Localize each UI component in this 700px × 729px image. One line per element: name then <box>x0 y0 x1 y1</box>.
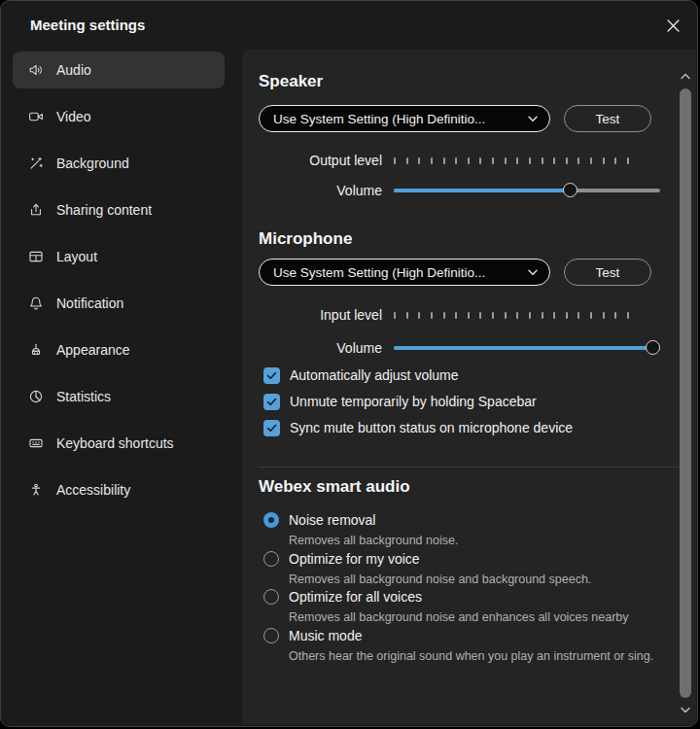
level-tick <box>614 157 616 164</box>
level-tick <box>627 157 629 164</box>
level-tick <box>516 312 518 319</box>
radio-button[interactable] <box>263 628 279 643</box>
scroll-down-icon[interactable] <box>681 706 690 713</box>
smart-audio-heading: Webex smart audio <box>259 476 665 498</box>
level-tick <box>431 312 433 319</box>
sidebar-item-label: Notification <box>56 295 123 311</box>
close-button[interactable] <box>661 14 684 37</box>
level-tick <box>406 312 408 319</box>
radio-description: Others hear the original sound when you … <box>289 648 656 665</box>
sidebar-item-label: Accessibility <box>56 482 130 498</box>
sidebar-item-audio[interactable]: Audio <box>13 52 225 88</box>
level-tick <box>603 312 605 319</box>
level-tick <box>566 312 568 319</box>
brush-icon <box>28 342 44 358</box>
sidebar-item-label: Video <box>56 109 91 124</box>
checkbox-row[interactable]: Sync mute button status on microphone de… <box>263 418 665 437</box>
speaker-device-dropdown[interactable]: Use System Setting (High Definitio... <box>259 105 550 132</box>
panel-scrollbar[interactable] <box>679 55 692 721</box>
radio-option: Optimize for all voices Removes all back… <box>259 587 665 626</box>
dialog-title: Meeting settings <box>30 17 145 33</box>
level-tick <box>529 312 531 319</box>
speaker-heading: Speaker <box>259 71 665 92</box>
sidebar-item-video[interactable]: Video <box>13 98 225 135</box>
sidebar-item-layout[interactable]: Layout <box>13 238 225 275</box>
microphone-volume-slider[interactable] <box>394 340 660 356</box>
microphone-device-row: Use System Setting (High Definitio... Te… <box>259 259 665 286</box>
radio-label: Music mode <box>289 628 362 643</box>
sidebar-item-appearance[interactable]: Appearance <box>13 331 225 368</box>
checkbox[interactable] <box>263 367 280 384</box>
radio-option: Optimize for my voice Removes all backgr… <box>259 549 665 588</box>
camera-icon <box>28 109 44 124</box>
sidebar-item-keyboard-shortcuts[interactable]: Keyboard shortcuts <box>13 425 225 462</box>
radio-option: Music mode Others hear the original soun… <box>259 626 665 665</box>
speaker-volume-slider[interactable] <box>394 183 660 198</box>
level-tick <box>455 157 457 164</box>
sidebar-item-label: Background <box>56 156 129 171</box>
scroll-up-icon[interactable] <box>681 73 690 81</box>
radio-label: Optimize for my voice <box>289 551 420 567</box>
checkbox[interactable] <box>263 394 280 410</box>
speaker-volume-label: Volume <box>259 183 382 198</box>
speaker-test-button[interactable]: Test <box>564 105 651 132</box>
level-tick <box>492 312 494 319</box>
grid-icon <box>28 249 44 264</box>
sidebar-item-accessibility[interactable]: Accessibility <box>13 471 225 508</box>
level-tick <box>443 157 445 164</box>
check-icon <box>266 424 277 433</box>
radio-button[interactable] <box>263 551 279 567</box>
bell-icon <box>28 295 44 311</box>
microphone-device-value: Use System Setting (High Definitio... <box>273 265 520 280</box>
level-tick <box>418 157 420 164</box>
level-tick <box>505 157 507 164</box>
checkbox-row[interactable]: Unmute temporarily by holding Spacebar <box>263 392 665 411</box>
radio-label: Noise removal <box>289 512 375 528</box>
microphone-heading: Microphone <box>259 228 665 250</box>
checkbox-row[interactable]: Automatically adjust volume <box>263 365 665 385</box>
sidebar-item-background[interactable]: Background <box>13 145 225 182</box>
speaker-device-row: Use System Setting (High Definitio... Te… <box>259 105 665 132</box>
chevron-down-icon <box>528 116 538 122</box>
microphone-test-button[interactable]: Test <box>564 259 651 286</box>
output-level-meter <box>394 157 629 164</box>
level-tick <box>455 312 457 319</box>
input-level-meter <box>394 312 629 319</box>
section-divider <box>259 467 680 468</box>
level-tick <box>542 157 543 164</box>
level-tick <box>516 157 518 164</box>
checkbox-label: Unmute temporarily by holding Spacebar <box>290 394 537 409</box>
level-tick <box>529 157 531 164</box>
microphone-device-dropdown[interactable]: Use System Setting (High Definitio... <box>259 259 550 286</box>
audio-settings-panel: Speaker Use System Setting (High Definit… <box>242 50 696 725</box>
sidebar-item-label: Statistics <box>56 389 111 404</box>
radio-button[interactable] <box>263 512 279 528</box>
scrollbar-thumb[interactable] <box>680 88 691 698</box>
sidebar-item-notification[interactable]: Notification <box>13 285 225 322</box>
wand-icon <box>28 156 44 171</box>
radio-button[interactable] <box>263 589 279 605</box>
check-icon <box>266 398 277 406</box>
output-level-row: Output level <box>259 153 665 168</box>
level-tick <box>468 312 470 319</box>
level-tick <box>627 312 629 319</box>
slider-thumb[interactable] <box>563 183 578 197</box>
audio-settings-content: Speaker Use System Setting (High Definit… <box>259 50 665 664</box>
microphone-options-group: Automatically adjust volume Unmute tempo… <box>259 365 665 437</box>
level-tick <box>614 312 616 319</box>
meeting-settings-dialog: Meeting settings Audio Video Background … <box>0 0 698 727</box>
level-tick <box>566 157 568 164</box>
speaker-volume-row: Volume <box>259 183 665 198</box>
microphone-volume-label: Volume <box>259 340 382 356</box>
slider-thumb[interactable] <box>646 340 660 355</box>
checkbox[interactable] <box>263 420 280 436</box>
level-tick <box>394 157 396 164</box>
sidebar-item-sharing-content[interactable]: Sharing content <box>13 191 225 228</box>
level-tick <box>578 157 579 164</box>
share-icon <box>28 202 44 218</box>
radio-label: Optimize for all voices <box>289 589 422 605</box>
keyboard-icon <box>28 435 44 451</box>
level-tick <box>394 312 396 319</box>
sidebar-item-statistics[interactable]: Statistics <box>13 378 225 415</box>
slider-fill <box>394 189 573 192</box>
